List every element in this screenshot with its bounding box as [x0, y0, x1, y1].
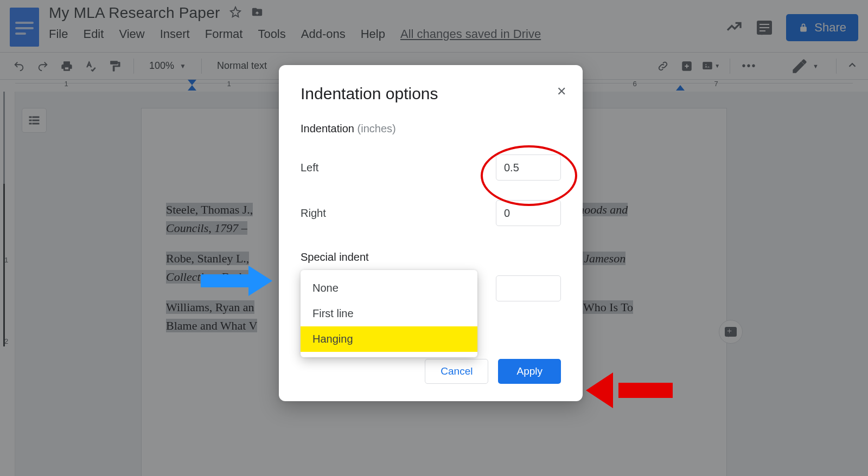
indentation-section-label: Indentation (inches) — [301, 123, 561, 135]
annotation-arrow-special-indent — [201, 266, 282, 296]
dialog-title: Indentation options — [301, 85, 561, 103]
right-indent-label: Right — [301, 207, 326, 220]
special-indent-label: Special indent — [301, 251, 561, 263]
close-icon[interactable]: ✕ — [557, 85, 566, 99]
special-indent-value-input[interactable] — [496, 275, 561, 301]
left-indent-label: Left — [301, 162, 318, 174]
special-indent-option-hanging[interactable]: Hanging — [301, 326, 477, 352]
cancel-button[interactable]: Cancel — [425, 359, 488, 384]
apply-button[interactable]: Apply — [498, 359, 561, 384]
annotation-arrow-apply — [586, 372, 673, 408]
special-indent-option-firstline[interactable]: First line — [301, 301, 477, 326]
indentation-options-dialog: Indentation options ✕ Indentation (inche… — [279, 65, 583, 401]
annotation-ellipse-left-value — [481, 145, 577, 206]
special-indent-option-none[interactable]: None — [301, 275, 477, 301]
special-indent-dropdown: None First line Hanging — [301, 270, 477, 357]
